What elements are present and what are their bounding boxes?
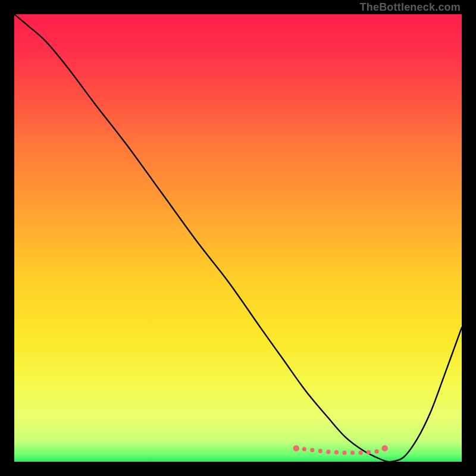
marker-dot bbox=[358, 450, 362, 455]
marker-dot bbox=[302, 447, 306, 451]
marker-dot bbox=[318, 449, 322, 453]
marker-dot bbox=[293, 445, 299, 451]
marker-dot bbox=[381, 445, 387, 451]
marker-dot bbox=[342, 450, 346, 455]
marker-dot bbox=[310, 448, 314, 452]
watermark-text: TheBottleneck.com bbox=[360, 1, 461, 14]
marker-band bbox=[293, 445, 388, 455]
marker-dot bbox=[326, 450, 330, 454]
marker-dot bbox=[334, 450, 339, 455]
curve-layer bbox=[14, 14, 462, 462]
plot-area bbox=[14, 14, 462, 462]
marker-dot bbox=[367, 450, 371, 455]
bottleneck-curve bbox=[14, 14, 462, 462]
chart-container: TheBottleneck.com bbox=[0, 0, 476, 476]
marker-dot bbox=[375, 449, 379, 453]
marker-dot bbox=[350, 450, 355, 455]
